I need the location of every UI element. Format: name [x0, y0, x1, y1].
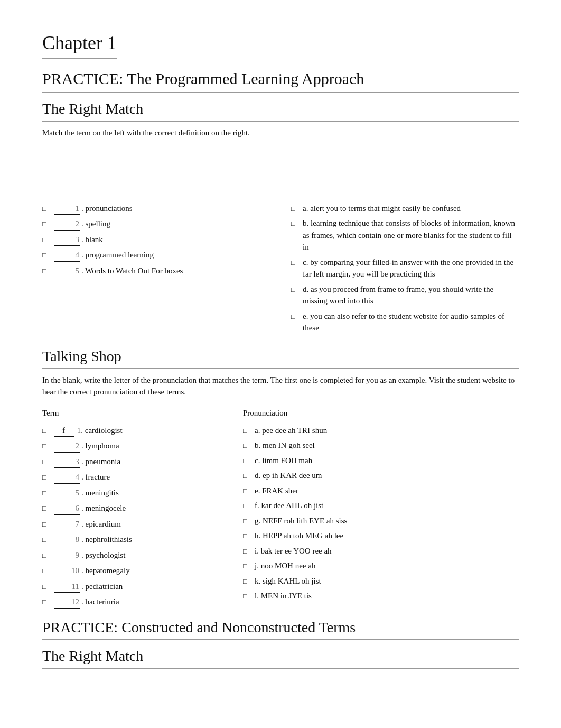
list-item: □ k. sigh KAHL oh jist — [243, 575, 519, 587]
bullet-icon: □ — [42, 266, 52, 277]
list-item: □ 10. hepatomegaly — [42, 565, 243, 577]
bullet-icon: □ — [291, 311, 301, 322]
section3-title: PRACTICE: Constructed and Nonconstructed… — [42, 619, 519, 640]
blank-field[interactable]: 7 — [54, 518, 80, 531]
list-item: □ 9. psychologist — [42, 549, 243, 562]
bullet-icon: □ — [291, 284, 301, 295]
bullet-icon: □ — [42, 204, 52, 214]
bullet-icon: □ — [42, 503, 52, 514]
section4-title: The Right Match — [42, 648, 519, 669]
bullet-icon: □ — [42, 250, 52, 261]
bullet-icon: □ — [42, 550, 52, 561]
bullet-icon: □ — [42, 441, 52, 451]
bullet-icon: □ — [291, 218, 301, 229]
list-item: □ 5. Words to Watch Out For boxes — [42, 265, 270, 278]
blank-field[interactable]: 5 — [54, 487, 80, 500]
bullet-icon: □ — [42, 219, 52, 229]
blank-field[interactable]: 6 — [54, 502, 80, 515]
list-item: □ 2. spelling — [42, 218, 270, 231]
practice-title: PRACTICE: The Programmed Learning Approa… — [42, 70, 519, 93]
table-header: Term Pronunciation — [42, 409, 519, 420]
blank-field[interactable]: __f__ — [54, 425, 74, 437]
talking-left: □ __f__ 1. cardiologist □ 2. lymphoma □ … — [42, 425, 243, 612]
list-item: □ 1. pronunciations — [42, 202, 270, 215]
bullet-icon: □ — [42, 519, 52, 530]
bullet-icon: □ — [42, 457, 52, 467]
list-item: □ f. kar dee AHL oh jist — [243, 500, 519, 512]
blank-field[interactable]: 5 — [54, 265, 80, 278]
match-container: □ 1. pronunciations □ 2. spelling □ 3. b… — [42, 202, 519, 337]
list-item: □ c. limm FOH mah — [243, 455, 519, 467]
list-item: □ 11. pediatrician — [42, 580, 243, 593]
bullet-icon: □ — [291, 257, 301, 268]
list-item: □ 2. lymphoma — [42, 440, 243, 453]
list-item: □ i. bak ter ee YOO ree ah — [243, 545, 519, 557]
list-item: □ j. noo MOH nee ah — [243, 560, 519, 572]
list-item: □ a. alert you to terms that might easil… — [291, 202, 519, 215]
blank-field[interactable]: 12 — [54, 596, 80, 609]
blank-field[interactable]: 3 — [54, 234, 80, 246]
bullet-icon: □ — [243, 516, 253, 527]
bullet-icon: □ — [243, 576, 253, 587]
list-item: □ b. men IN goh seel — [243, 439, 519, 451]
bullet-icon: □ — [243, 546, 253, 557]
bullet-icon: □ — [42, 566, 52, 576]
list-item: □ __f__ 1. cardiologist — [42, 425, 243, 437]
list-item: □ 3. pneumonia — [42, 456, 243, 468]
chapter-title: Chapter 1 — [42, 32, 117, 59]
blank-field[interactable]: 10 — [54, 565, 80, 577]
list-item: □ e. you can also refer to the student w… — [291, 310, 519, 334]
bullet-icon: □ — [42, 488, 52, 499]
bullet-icon: □ — [42, 235, 52, 245]
list-item: □ d. ep ih KAR dee um — [243, 469, 519, 482]
list-item: □ l. MEN in JYE tis — [243, 590, 519, 602]
list-item: □ 4. programmed learning — [42, 249, 270, 262]
bullet-icon: □ — [243, 456, 253, 466]
blank-field[interactable]: 9 — [54, 549, 80, 562]
bullet-icon: □ — [243, 501, 253, 511]
blank-field[interactable]: 8 — [54, 533, 80, 546]
bullet-icon: □ — [42, 426, 52, 436]
list-item: □ d. as you proceed from frame to frame,… — [291, 283, 519, 307]
list-item: □ 4. fracture — [42, 471, 243, 484]
bullet-icon: □ — [42, 582, 52, 592]
talking-rows-container: □ __f__ 1. cardiologist □ 2. lymphoma □ … — [42, 425, 519, 612]
blank-field[interactable]: 2 — [54, 218, 80, 231]
list-item: □ 12. bacteriuria — [42, 596, 243, 609]
bullet-icon: □ — [291, 204, 301, 214]
list-item: □ g. NEFF roh lith EYE ah siss — [243, 515, 519, 527]
list-item: □ 6. meningocele — [42, 502, 243, 515]
bullet-icon: □ — [42, 535, 52, 545]
talking-right: □ a. pee dee ah TRI shun □ b. men IN goh… — [243, 425, 519, 605]
blank-field[interactable]: 4 — [54, 249, 80, 262]
section2-title: Talking Shop — [42, 348, 519, 369]
bullet-icon: □ — [243, 531, 253, 541]
bullet-icon: □ — [243, 486, 253, 496]
match-right: □ a. alert you to terms that might easil… — [291, 202, 519, 337]
section1-title: The Right Match — [42, 100, 519, 122]
bullet-icon: □ — [243, 440, 253, 451]
bullet-icon: □ — [243, 426, 253, 436]
list-item: □ 5. meningitis — [42, 487, 243, 500]
bullet-icon: □ — [42, 472, 52, 483]
list-item: □ a. pee dee ah TRI shun — [243, 425, 519, 437]
list-item: □ h. HEPP ah toh MEG ah lee — [243, 530, 519, 542]
bullet-icon: □ — [243, 561, 253, 572]
match-left: □ 1. pronunciations □ 2. spelling □ 3. b… — [42, 202, 270, 337]
bullet-icon: □ — [42, 597, 52, 607]
section2-instruction: In the blank, write the letter of the pr… — [42, 374, 519, 398]
bullet-icon: □ — [243, 591, 253, 602]
blank-field[interactable]: 3 — [54, 456, 80, 468]
list-item: □ 3. blank — [42, 234, 270, 246]
list-item: □ 7. epicardium — [42, 518, 243, 531]
blank-field[interactable]: 4 — [54, 471, 80, 484]
list-item: □ c. by comparing your filled-in answer … — [291, 256, 519, 280]
blank-field[interactable]: 1 — [54, 202, 80, 215]
list-item: □ e. FRAK sher — [243, 485, 519, 497]
col-pron-header: Pronunciation — [243, 409, 519, 418]
col-term-header: Term — [42, 409, 243, 418]
bullet-icon: □ — [243, 471, 253, 481]
list-item: □ b. learning technique that consists of… — [291, 217, 519, 253]
blank-field[interactable]: 11 — [54, 580, 80, 593]
blank-field[interactable]: 2 — [54, 440, 80, 453]
